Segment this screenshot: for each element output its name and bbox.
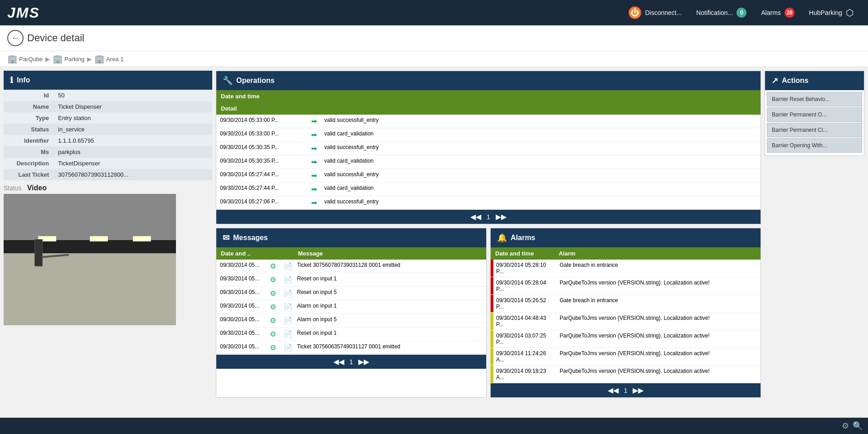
- breadcrumb-parqube-label: ParQube: [19, 56, 43, 63]
- messages-icon: ✉: [223, 233, 229, 243]
- operations-panel: 🔧 Operations Date and time Detail 09/30/…: [216, 71, 761, 224]
- info-value: Ticket Dispenser: [54, 101, 212, 112]
- ops-first-page[interactable]: ◀◀: [470, 212, 481, 221]
- ops-row[interactable]: 09/30/2014 05:33:00 P... ➡ valid success…: [216, 115, 761, 128]
- alarm-next-page[interactable]: ▶▶: [633, 386, 644, 395]
- video-box: [4, 194, 176, 325]
- machine-silhouette: [34, 239, 43, 266]
- msg-first-page[interactable]: ◀◀: [333, 357, 344, 366]
- ops-next-page[interactable]: ▶▶: [496, 212, 507, 221]
- ops-row[interactable]: 09/30/2014 05:27:06 P... ➡ valid success…: [216, 196, 761, 210]
- action-button[interactable]: Barrier Permanent O...: [767, 107, 862, 122]
- msg-date: 09/30/2014 05...: [216, 287, 266, 300]
- doc-icon: 📄: [280, 314, 293, 327]
- main-layout: ℹ Info Id50NameTicket DispenserTypeEntry…: [0, 67, 868, 401]
- alarm-first-page[interactable]: ◀◀: [608, 386, 619, 395]
- msg-text: Alarm on input 5: [293, 314, 486, 327]
- msg-row[interactable]: 09/30/2014 05... ⚙ 📄 Alarm on input 1: [216, 300, 486, 314]
- doc-icon: 📄: [280, 260, 293, 273]
- messages-title: Messages: [233, 234, 268, 242]
- alarm-row[interactable]: 09/30/2014 09:18:23 A... ParQubeToJms ve…: [491, 366, 761, 383]
- ops-row[interactable]: 09/30/2014 05:33:00 P... ➡ valid card_va…: [216, 128, 761, 142]
- ops-row[interactable]: 09/30/2014 05:30:35 P... ➡ valid success…: [216, 142, 761, 155]
- user-button[interactable]: HubParking ⬡: [802, 4, 861, 22]
- alarm-row[interactable]: 09/30/2014 05:26:52 P... Gate breach in …: [491, 295, 761, 313]
- msg-col-message: Message: [293, 247, 486, 260]
- ops-arrow-icon: ➡: [307, 155, 321, 169]
- action-buttons: Barrier Reset Behavio...Barrier Permanen…: [765, 90, 864, 155]
- light-3: [133, 236, 151, 241]
- back-button[interactable]: ←: [7, 30, 24, 46]
- alarm-col-date: Date and time: [491, 247, 554, 260]
- ops-arrow-icon: ➡: [307, 169, 321, 182]
- ops-arrow-icon: ➡: [307, 183, 321, 196]
- info-label: Last Ticket: [4, 169, 54, 180]
- msg-row[interactable]: 09/30/2014 05... ⚙ 📄 Alarm on input 5: [216, 314, 486, 328]
- breadcrumb-parqube[interactable]: 🏢 ParQube: [7, 54, 43, 64]
- notification-badge: 0: [736, 8, 746, 18]
- disconnect-label: Disconnect...: [645, 9, 682, 16]
- ops-date: 09/30/2014 05:27:44 P...: [216, 183, 307, 196]
- alarm-row[interactable]: 09/30/2014 04:48:43 P... ParQubeToJms ve…: [491, 313, 761, 330]
- alarm-text: ParQubeToJms version {VERSION.string}. L…: [557, 366, 761, 383]
- alarms-label: Alarms: [761, 9, 781, 16]
- ops-rows: 09/30/2014 05:33:00 P... ➡ valid success…: [216, 115, 761, 210]
- alarm-row[interactable]: 09/30/2014 05:28:10 P... Gate breach in …: [491, 260, 761, 277]
- operations-icon: 🔧: [223, 76, 233, 86]
- info-row: TypeEntry station: [4, 112, 212, 124]
- info-label: Type: [4, 112, 54, 124]
- notification-button[interactable]: Notification... 0: [689, 4, 754, 21]
- disconnect-button[interactable]: ⏻ Disconnect...: [621, 3, 689, 23]
- ops-row[interactable]: 09/30/2014 05:27:44 P... ➡ valid card_va…: [216, 183, 761, 196]
- actions-header: ↗ Actions: [765, 71, 864, 90]
- msg-row[interactable]: 09/30/2014 05... ⚙ 📄 Ticket 307560780739…: [216, 260, 486, 273]
- tab-status[interactable]: Status: [4, 184, 22, 192]
- gear-icon: ⚙: [266, 300, 280, 313]
- ops-row[interactable]: 09/30/2014 05:30:35 P... ➡ valid card_va…: [216, 155, 761, 169]
- actions-panel: ↗ Actions Barrier Reset Behavio...Barrie…: [765, 71, 864, 156]
- msg-row[interactable]: 09/30/2014 05... ⚙ 📄 Ticket 307560635749…: [216, 341, 486, 355]
- action-button[interactable]: Barrier Permanent Cl...: [767, 123, 862, 137]
- logo: JMS: [7, 5, 40, 21]
- alarms-header: 🔔 Alarms: [491, 228, 761, 247]
- info-icon: ℹ: [10, 75, 13, 85]
- msg-row[interactable]: 09/30/2014 05... ⚙ 📄 Reset on input 1: [216, 273, 486, 287]
- alarm-row[interactable]: 09/30/2014 03:07:25 P... ParQubeToJms ve…: [491, 330, 761, 348]
- msg-row[interactable]: 09/30/2014 05... ⚙ 📄 Reset on input 1: [216, 328, 486, 341]
- breadcrumb-area1[interactable]: 🏢 Area 1: [94, 54, 123, 64]
- alarms-button[interactable]: Alarms 20: [754, 4, 802, 21]
- info-value: Entry station: [54, 112, 212, 124]
- alarm-text: ParQubeToJms version {VERSION.string}. L…: [557, 348, 761, 365]
- alarm-row[interactable]: 09/30/2014 11:24:26 A... ParQubeToJms ve…: [491, 348, 761, 366]
- tab-video[interactable]: Video: [27, 184, 47, 192]
- alarm-text: ParQubeToJms version {VERSION.string}. L…: [557, 277, 761, 294]
- alarm-text: Gate breach in entrance: [557, 295, 761, 312]
- ops-arrow-icon: ➡: [307, 128, 321, 141]
- action-button[interactable]: Barrier Reset Behavio...: [767, 92, 862, 106]
- msg-col-date: Date and ..: [216, 247, 266, 260]
- msg-next-page[interactable]: ▶▶: [358, 357, 369, 366]
- left-panel: ℹ Info Id50NameTicket DispenserTypeEntry…: [4, 71, 212, 325]
- alarm-row[interactable]: 09/30/2014 05:28:04 P... ParQubeToJms ve…: [491, 277, 761, 295]
- area1-icon: 🏢: [94, 54, 104, 64]
- msg-row[interactable]: 09/30/2014 05... ⚙ 📄 Reset on input 5: [216, 287, 486, 300]
- ceiling: [4, 194, 176, 240]
- user-label: HubParking: [809, 9, 842, 16]
- ops-row[interactable]: 09/30/2014 05:27:44 P... ➡ valid success…: [216, 169, 761, 183]
- alarm-date: 09/30/2014 03:07:25 P...: [493, 330, 557, 347]
- light-2: [90, 236, 108, 241]
- msg-col-gear: [266, 247, 280, 260]
- msg-col-doc: [280, 247, 293, 260]
- msg-date: 09/30/2014 05...: [216, 273, 266, 286]
- floor: [4, 253, 176, 326]
- info-row: Identifier1.1.1.0.65795: [4, 135, 212, 146]
- info-label: Id: [4, 90, 54, 101]
- actions-icon: ↗: [771, 76, 778, 86]
- breadcrumb-parking[interactable]: 🏢 Parking: [53, 54, 84, 64]
- alarms-panel: 🔔 Alarms Date and time Alarm 09/30/2014 …: [490, 228, 761, 398]
- msg-pagination: ◀◀ 1 ▶▶: [216, 355, 486, 369]
- action-button[interactable]: Barrier Opening With...: [767, 138, 862, 153]
- alarm-date: 09/30/2014 11:24:26 A...: [493, 348, 557, 365]
- info-value: 50: [54, 90, 212, 101]
- info-label: Ms: [4, 146, 54, 158]
